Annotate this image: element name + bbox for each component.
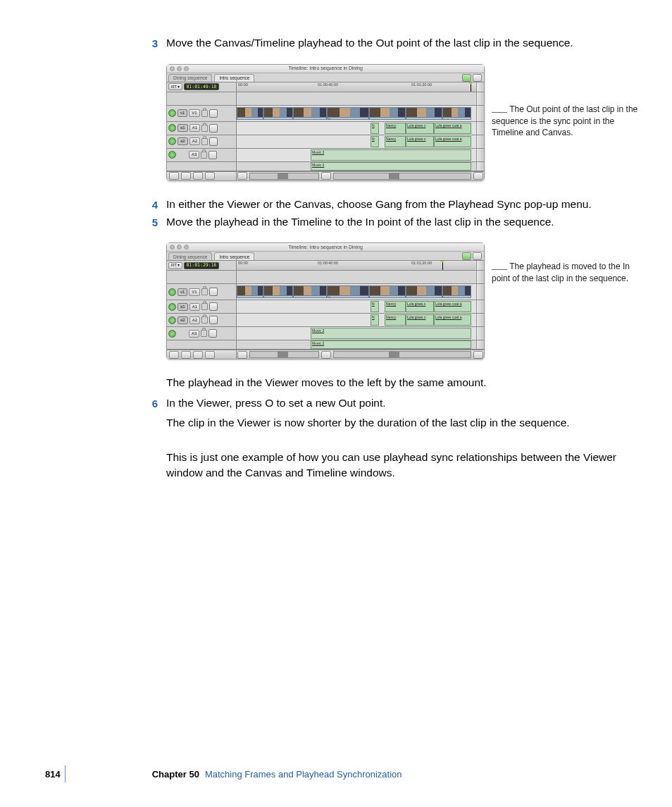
lock-icon[interactable] — [201, 125, 208, 132]
scroll-right-button[interactable] — [473, 172, 483, 180]
timecode-field[interactable]: 01:01:29:16 — [184, 262, 218, 269]
audio-clip-music[interactable]: Music 2 — [311, 340, 471, 349]
visibility-toggle-icon[interactable] — [168, 109, 176, 117]
clip-keyframes-button[interactable] — [181, 351, 191, 359]
audio-clip[interactable]: Lola gives c — [406, 301, 434, 312]
audio-clip[interactable]: Lola gives coat a — [434, 123, 471, 134]
lock-icon[interactable] — [201, 316, 208, 324]
track-a2-body[interactable]: N Nancy Lola gives c Lola gives coat a — [237, 135, 476, 148]
track-a4-body[interactable]: Music 2 — [237, 340, 476, 349]
video-clip[interactable] — [263, 107, 293, 120]
track-layout-button[interactable] — [205, 351, 215, 359]
track-header-a3[interactable]: A3 — [167, 149, 237, 161]
horizontal-scrollbar[interactable] — [333, 351, 471, 358]
auto-select-button[interactable] — [209, 124, 218, 133]
lock-icon[interactable] — [201, 330, 207, 337]
video-clip[interactable] — [237, 285, 263, 298]
toggle-timeline-track-height[interactable] — [169, 351, 179, 359]
audio-clip[interactable]: Nancy — [385, 314, 406, 326]
lock-icon[interactable] — [201, 303, 208, 310]
timecode-field[interactable]: 01:01:49:18 — [184, 83, 218, 90]
zoom-out-button[interactable] — [237, 172, 247, 180]
audible-toggle-icon[interactable] — [168, 303, 176, 311]
rt-popup[interactable]: RT ▾ — [168, 262, 182, 269]
source-a1[interactable]: a1 — [178, 124, 188, 132]
track-height-button[interactable] — [193, 172, 203, 180]
track-layout-button[interactable] — [205, 172, 215, 180]
zoom-in-button[interactable] — [321, 172, 331, 180]
render-status-button[interactable] — [462, 74, 471, 82]
video-clip-last[interactable]: Lola — [442, 285, 471, 298]
track-v1-body[interactable]: D Lola — [237, 106, 476, 121]
dest-a2[interactable]: A2 — [189, 316, 200, 324]
auto-select-button[interactable] — [209, 151, 217, 159]
audio-clip[interactable]: N — [371, 301, 379, 312]
tab-intro-sequence[interactable]: Intro sequence — [214, 74, 254, 82]
audio-clip[interactable]: Lola gives c — [406, 123, 434, 134]
zoom-slider[interactable] — [249, 351, 319, 358]
audio-clip[interactable]: N — [371, 123, 379, 134]
track-a3-body[interactable]: Music 2 — [237, 327, 476, 340]
video-clip[interactable] — [369, 285, 406, 298]
audio-clip[interactable]: Lola gives coat a — [434, 136, 471, 147]
track-a1-body[interactable]: N Nancy Lola gives c Lola gives coat a — [237, 300, 476, 313]
video-clip[interactable]: D — [327, 107, 369, 120]
video-clip[interactable] — [237, 107, 263, 120]
tab-dining-sequence[interactable]: Dining sequence — [168, 252, 212, 260]
audio-clip[interactable]: Nancy — [385, 123, 406, 134]
lock-icon[interactable] — [201, 288, 208, 295]
audio-clip[interactable]: Lola gives c — [406, 136, 434, 147]
audio-clip[interactable]: Nancy — [385, 136, 406, 147]
track-a3-body[interactable]: Music 2 — [237, 149, 476, 161]
lock-icon[interactable] — [201, 152, 207, 159]
tab-dining-sequence[interactable]: Dining sequence — [168, 74, 212, 82]
dest-a1[interactable]: A1 — [189, 303, 200, 311]
track-height-button[interactable] — [193, 351, 203, 359]
dest-a1[interactable]: A1 — [189, 124, 200, 132]
dest-v1[interactable]: V1 — [189, 109, 199, 117]
auto-select-button[interactable] — [209, 316, 218, 324]
video-clip[interactable] — [293, 107, 327, 120]
audible-toggle-icon[interactable] — [168, 137, 176, 145]
auto-select-button[interactable] — [209, 288, 218, 296]
track-a1-body[interactable]: N Nancy Lola gives c Lola gives coat a — [237, 122, 476, 135]
horizontal-scrollbar[interactable] — [333, 173, 471, 180]
audible-toggle-icon[interactable] — [168, 151, 176, 159]
playhead[interactable] — [442, 261, 443, 270]
track-header-v1[interactable]: v1 V1 — [167, 106, 237, 121]
lock-icon[interactable] — [201, 110, 208, 117]
audio-clip-music[interactable]: Music 2 — [311, 328, 471, 339]
auto-select-button[interactable] — [209, 302, 218, 311]
audio-clip-music[interactable]: Music 2 — [311, 162, 471, 171]
track-header-a1[interactable]: a1 A1 — [167, 122, 237, 135]
audible-toggle-icon[interactable] — [168, 316, 176, 324]
zoom-slider[interactable] — [249, 173, 319, 180]
video-clip[interactable] — [293, 285, 327, 298]
source-a2[interactable]: a2 — [178, 316, 188, 324]
audio-clip-music[interactable]: Music 2 — [311, 149, 471, 161]
track-header-a2[interactable]: a2 A2 — [167, 135, 237, 148]
source-v1[interactable]: v1 — [178, 109, 187, 117]
track-header-a2[interactable]: a2 A2 — [167, 314, 237, 326]
toggle-timeline-track-height[interactable] — [169, 172, 179, 180]
zoom-in-button[interactable] — [321, 351, 331, 359]
dest-a3[interactable]: A3 — [189, 151, 199, 159]
auto-select-button[interactable] — [209, 137, 218, 146]
dest-v1[interactable]: V1 — [189, 288, 199, 296]
scroll-right-button[interactable] — [473, 351, 483, 359]
rt-popup[interactable]: RT ▾ — [168, 83, 182, 90]
video-clip-last[interactable]: Lola — [442, 107, 471, 120]
playhead[interactable] — [471, 82, 471, 92]
audio-clip[interactable]: Nancy — [385, 301, 406, 312]
audio-clip[interactable]: Lola gives c — [406, 314, 434, 326]
video-clip[interactable] — [406, 107, 442, 120]
track-header-a1[interactable]: a1 A1 — [167, 300, 237, 313]
dest-a2[interactable]: A2 — [189, 137, 200, 145]
track-a2-body[interactable]: N Nancy Lola gives c Lola gives coat a — [237, 314, 476, 326]
audio-clip[interactable]: Lola gives coat a — [434, 314, 471, 326]
auto-select-button[interactable] — [209, 329, 217, 338]
audible-toggle-icon[interactable] — [168, 330, 176, 338]
tab-intro-sequence[interactable]: Intro sequence — [214, 252, 254, 260]
timeline-options-button[interactable] — [473, 74, 482, 82]
ruler[interactable]: 00:00 01:00:40:00 01:01:20:00 — [237, 261, 476, 270]
